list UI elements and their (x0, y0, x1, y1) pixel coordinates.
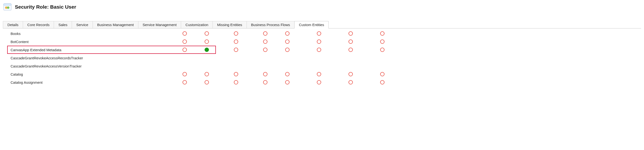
privilege-none-icon (285, 39, 290, 44)
privilege-cell[interactable] (371, 39, 393, 44)
tabs-container: DetailsCore RecordsSalesServiceBusiness … (3, 21, 641, 86)
privilege-cell[interactable] (340, 39, 362, 44)
privilege-cell[interactable] (196, 48, 218, 52)
privilege-cell[interactable] (254, 48, 276, 52)
privilege-none-icon (348, 80, 353, 84)
privilege-cell[interactable] (371, 48, 393, 52)
privilege-cells (174, 39, 393, 44)
privilege-cell[interactable] (308, 72, 330, 76)
privilege-grid: BooksBotContentCanvasApp Extended Metada… (6, 28, 638, 86)
privilege-cell[interactable] (225, 72, 247, 76)
privilege-cell[interactable] (371, 31, 393, 36)
privilege-none-icon (234, 80, 238, 84)
privilege-cell[interactable] (276, 80, 298, 84)
privilege-cell[interactable] (225, 48, 247, 52)
entity-label: Books (6, 32, 174, 36)
tab-business-management[interactable]: Business Management (92, 21, 138, 28)
tab-label: Missing Entities (217, 23, 242, 27)
privilege-cell[interactable] (308, 80, 330, 84)
privilege-cell[interactable] (196, 39, 218, 44)
privilege-none-icon (234, 48, 238, 52)
privilege-none-icon (204, 31, 209, 36)
privilege-cell[interactable] (225, 31, 247, 36)
entity-label: Catalog Assignment (6, 80, 174, 84)
privilege-cell[interactable] (340, 31, 362, 36)
entity-label: Catalog (6, 72, 174, 76)
tab-business-process-flows[interactable]: Business Process Flows (246, 21, 295, 28)
privilege-cell[interactable] (308, 48, 330, 52)
privilege-none-icon (263, 80, 268, 84)
table-row: Books (6, 29, 638, 38)
tab-service-management[interactable]: Service Management (138, 21, 181, 28)
privilege-cell[interactable] (174, 31, 196, 36)
tab-label: Details (8, 23, 18, 27)
privilege-cell[interactable] (174, 80, 196, 84)
privilege-none-icon (204, 80, 209, 84)
tab-label: Business Management (97, 23, 134, 27)
privilege-none-icon (263, 31, 268, 36)
privilege-none-icon (380, 31, 384, 36)
tab-label: Custom Entities (299, 23, 324, 27)
privilege-cell[interactable] (276, 48, 298, 52)
privilege-none-icon (380, 39, 384, 44)
privilege-cells (174, 31, 393, 36)
tab-label: Customization (186, 23, 208, 27)
table-row: Catalog (6, 70, 638, 78)
privilege-cell[interactable] (174, 48, 196, 52)
security-role-icon (3, 3, 12, 10)
privilege-cell[interactable] (196, 72, 218, 76)
privilege-none-icon (182, 31, 187, 36)
privilege-none-icon (348, 39, 353, 44)
entity-label: CanvasApp Extended Metadata (6, 48, 174, 52)
privilege-cell[interactable] (340, 80, 362, 84)
privilege-cell[interactable] (254, 31, 276, 36)
privilege-cell[interactable] (340, 48, 362, 52)
entity-label: BotContent (6, 40, 174, 44)
privilege-cell[interactable] (196, 31, 218, 36)
privilege-none-icon (204, 72, 209, 76)
privilege-cell[interactable] (196, 80, 218, 84)
tab-details[interactable]: Details (3, 21, 23, 28)
privilege-cell[interactable] (340, 72, 362, 76)
privilege-cell[interactable] (225, 39, 247, 44)
privilege-cell[interactable] (254, 80, 276, 84)
tab-customization[interactable]: Customization (181, 21, 213, 28)
privilege-cell[interactable] (276, 31, 298, 36)
privilege-cell[interactable] (174, 72, 196, 76)
privilege-none-icon (380, 72, 384, 76)
privilege-none-icon (182, 72, 187, 76)
privilege-none-icon (263, 48, 268, 52)
tab-core-records[interactable]: Core Records (23, 21, 54, 28)
tab-missing-entities[interactable]: Missing Entities (212, 21, 246, 28)
privilege-none-icon (317, 39, 321, 44)
privilege-cell[interactable] (308, 39, 330, 44)
page-title: Security Role: Basic User (15, 4, 76, 10)
privilege-cell[interactable] (276, 72, 298, 76)
privilege-cell[interactable] (254, 39, 276, 44)
privilege-cell[interactable] (254, 72, 276, 76)
privilege-none-icon (234, 39, 238, 44)
privilege-cell[interactable] (371, 72, 393, 76)
privilege-cell[interactable] (225, 80, 247, 84)
privilege-cell[interactable] (276, 39, 298, 44)
privilege-none-icon (234, 31, 238, 36)
privilege-none-icon (285, 80, 290, 84)
privilege-full-icon (204, 48, 209, 52)
tab-label: Service Management (143, 23, 177, 27)
tab-service[interactable]: Service (72, 21, 93, 28)
tab-sales[interactable]: Sales (54, 21, 72, 28)
privilege-none-icon (263, 72, 268, 76)
privilege-cell[interactable] (371, 80, 393, 84)
privilege-none-icon (317, 31, 321, 36)
privilege-cells (174, 72, 393, 76)
privilege-cell[interactable] (174, 39, 196, 44)
entity-label: CascadeGrantRevokeAccessVersionTracker (6, 64, 174, 68)
tabs: DetailsCore RecordsSalesServiceBusiness … (3, 21, 641, 28)
privilege-cell[interactable] (308, 31, 330, 36)
svg-point-3 (7, 6, 9, 9)
tab-custom-entities[interactable]: Custom Entities (294, 21, 328, 28)
privilege-none-icon (348, 31, 353, 36)
privilege-cells (174, 48, 393, 52)
privilege-none-icon (182, 48, 187, 52)
page-header: Security Role: Basic User (0, 0, 644, 12)
